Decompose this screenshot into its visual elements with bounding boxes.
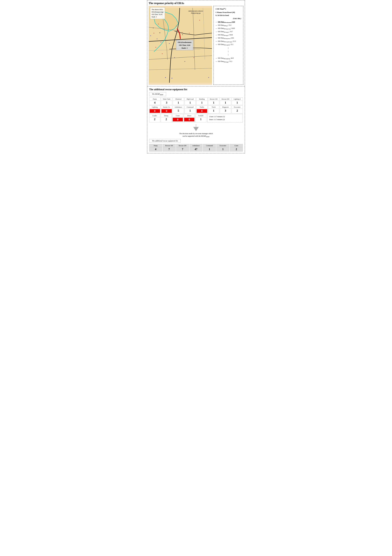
equip-cell-row2-7: Excavator2 bbox=[232, 106, 243, 114]
equip-value-row2-6: 3 bbox=[220, 109, 231, 112]
od-item-4: OD-TimeMGangseo: 16.7 bbox=[218, 30, 241, 33]
equip-cell-row2-3: Command1 bbox=[184, 106, 196, 114]
equip-cell-row2-4: Trailer0 bbox=[196, 106, 208, 114]
arrow-container bbox=[149, 124, 243, 131]
od-item-songpa: OD-TimeMSongpa: 51.2 bbox=[218, 60, 241, 63]
svg-text:▲: ▲ bbox=[182, 34, 183, 35]
equip-value-row3-1: 2 bbox=[161, 118, 171, 121]
equip-value-row2-3: 1 bbox=[185, 109, 195, 112]
final-row: Pump4Rescue-1007Rescue-2007Ambulance47Co… bbox=[149, 144, 243, 152]
district-info-box: The district ERA: ERA(Eunpyeong) OD-Time… bbox=[150, 7, 165, 19]
equip-row-1: Pump4Water Tank3Chemical1High Load1Bendi… bbox=[149, 97, 243, 105]
final-cell-6: Crane2 bbox=[230, 144, 243, 152]
svg-text:+: + bbox=[178, 29, 179, 31]
svg-text:+: + bbox=[184, 60, 185, 62]
equip-name-row2-2: Ambulance bbox=[173, 106, 184, 109]
svg-text:+: + bbox=[199, 19, 200, 21]
equip-name-row1-1: Water Tank bbox=[161, 98, 172, 101]
equip-cell-row3-1: Dump2 bbox=[161, 114, 172, 122]
add-label-container: The additional rescue equipment list bbox=[149, 139, 243, 144]
district-line2: ERA(Eunpyeong) bbox=[152, 11, 163, 13]
equip-cell-row2-2: Ambulance5 bbox=[173, 106, 184, 114]
equip-name-row2-7: Excavator bbox=[232, 106, 243, 109]
equip-value-row1-1: 3 bbox=[161, 101, 172, 104]
svg-text:+: + bbox=[153, 32, 154, 34]
final-value-0: 4 bbox=[150, 148, 162, 151]
equip-value-row1-4: 1 bbox=[197, 101, 207, 104]
final-name-3: Ambulance bbox=[190, 145, 202, 147]
equip-value-row2-4: 0 bbox=[197, 109, 207, 113]
equip-name-row3-2: Crane bbox=[173, 115, 183, 117]
equip-cell-row1-1: Water Tank3 bbox=[161, 97, 172, 105]
note-box: Crane: 11.7 minutes (1) Dozer: 11.7 minu… bbox=[208, 114, 243, 122]
final-name-2: Rescue-200 bbox=[177, 145, 189, 147]
remp-label: The REMPSERT bbox=[149, 92, 166, 96]
equip-cell-row2-1: Smoke Co.0 bbox=[161, 106, 172, 114]
final-value-4: 1 bbox=[203, 148, 215, 151]
equip-cell-row1-2: Chemical1 bbox=[173, 97, 184, 105]
equip-value-row2-0: 0 bbox=[150, 109, 160, 113]
svg-point-23 bbox=[165, 77, 166, 78]
svg-text:+: + bbox=[174, 56, 175, 59]
equip-cell-row2-5: Truck1 bbox=[208, 106, 219, 114]
final-cell-1: Rescue-1007 bbox=[163, 144, 176, 152]
equip-cell-row1-4: Bending1 bbox=[196, 97, 208, 105]
equip-value-row1-3: 1 bbox=[185, 101, 195, 104]
arrow-down bbox=[193, 127, 199, 131]
final-value-1: 7 bbox=[163, 148, 175, 151]
equip-cell-row2-6: Diagnosis3 bbox=[220, 106, 231, 114]
equip-value-row1-7: 1 bbox=[232, 101, 243, 104]
equip-name-row3-0: Loader bbox=[150, 115, 160, 117]
svg-text:+: + bbox=[169, 42, 170, 45]
equip-name-row1-0: Pump bbox=[150, 98, 160, 101]
equip-name-row2-5: Truck bbox=[208, 106, 219, 109]
equip-value-row2-5: 1 bbox=[208, 109, 219, 112]
bottom-section: The additional rescue equipment list The… bbox=[147, 86, 245, 153]
svg-text:+: + bbox=[208, 76, 209, 78]
final-cell-3: Ambulance47 bbox=[190, 144, 202, 152]
decision-text: The decision made by on-scene manager wh… bbox=[149, 132, 243, 138]
od-list: OD-TimeMSeodaemun: 6.84 OD-TimeMMapo: 15… bbox=[215, 21, 241, 46]
od-subheader2: k: 26 ERA in Seoul bbox=[215, 14, 241, 17]
era-od-time: OD-Time: 6.84 bbox=[178, 44, 191, 47]
final-name-5: Excavator bbox=[217, 145, 229, 147]
svg-point-24 bbox=[172, 78, 172, 79]
equip-cell-row1-3: High Load1 bbox=[184, 97, 196, 105]
svg-text:+: + bbox=[162, 52, 163, 55]
svg-text:+: + bbox=[150, 34, 151, 37]
equip-cell-row1-7: Lighting-S1 bbox=[232, 97, 243, 105]
svg-text:+: + bbox=[158, 23, 159, 25]
equip-row-2: Lighting0Smoke Co.0Ambulance5Command1Tra… bbox=[149, 106, 243, 114]
od-item-7: OD-TimeMYeongdeungpo: 21.3 bbox=[218, 40, 241, 43]
final-cell-0: Pump4 bbox=[149, 144, 162, 152]
equip-value-row3-0: 2 bbox=[150, 118, 160, 121]
equip-value-row2-1: 0 bbox=[161, 109, 172, 113]
equip-cell-row1-0: Pump4 bbox=[149, 97, 161, 105]
era-name: ERA(Seodaemun) bbox=[178, 41, 191, 44]
equip-cell-row1-6: Rescue-2001 bbox=[220, 97, 231, 105]
add-label: The additional rescue equipment list bbox=[149, 139, 181, 143]
equip-cell-row3-4: Forklift1 bbox=[195, 114, 206, 122]
equip-cell-row3-0: Loader2 bbox=[149, 114, 160, 122]
equip-name-row2-4: Trailer bbox=[197, 106, 207, 109]
equip-name-row2-3: Command bbox=[185, 106, 195, 109]
district-line1: The district ERA: bbox=[152, 8, 163, 11]
od-item-6: OD-TimeMYangcheon: 20.6 bbox=[218, 37, 241, 40]
od-dots: ⋮⋮⋮ bbox=[215, 47, 241, 56]
od-item-2: OD-TimeMMapo: 15.2 bbox=[218, 24, 241, 27]
equip-name-row2-6: Diagnosis bbox=[220, 106, 231, 109]
svg-text:+: + bbox=[189, 32, 190, 34]
equip-value-row1-5: 1 bbox=[208, 101, 219, 104]
od-unit: (Unit: Min.) bbox=[215, 17, 241, 20]
district-line4: Rank: 3 bbox=[152, 16, 163, 18]
od-item-first: OD-TimeMSeodaemun: 6.84 bbox=[218, 21, 241, 24]
final-value-3: 47 bbox=[190, 148, 202, 151]
equip-name-row2-0: Lighting bbox=[150, 106, 160, 109]
od-item-3: OD-TimeMEunpyeong: 16.05 bbox=[218, 27, 241, 30]
equip-value-row3-2: 0 bbox=[173, 118, 183, 121]
row3-container: Loader2Dump2Crane0Dozer0Forklift1 Crane:… bbox=[149, 114, 243, 122]
final-name-4: Command bbox=[203, 145, 215, 147]
svg-text:+: + bbox=[193, 56, 194, 59]
final-name-6: Crane bbox=[230, 145, 242, 147]
equip-value-row3-3: 0 bbox=[184, 118, 194, 121]
